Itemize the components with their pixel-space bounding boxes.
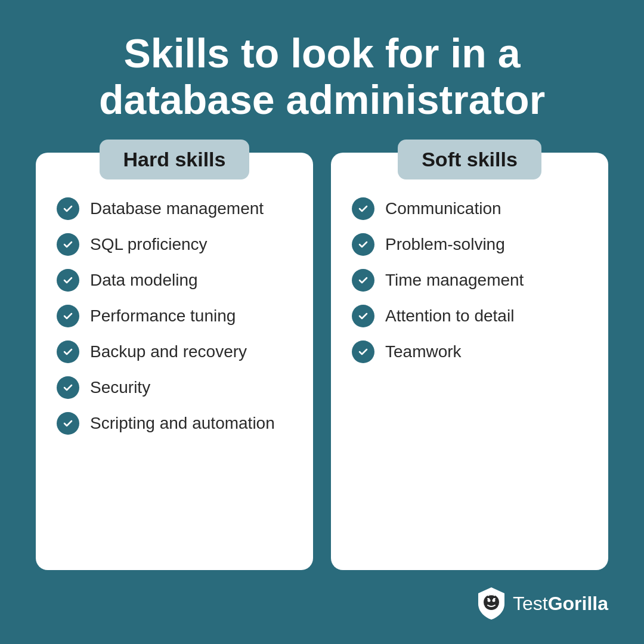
check-icon xyxy=(57,412,79,435)
soft-skills-header: Soft skills xyxy=(398,140,541,179)
check-icon xyxy=(352,305,374,327)
skill-label: Database management xyxy=(90,199,264,218)
check-icon xyxy=(352,340,374,363)
list-item: Backup and recovery xyxy=(57,340,292,363)
page-background: Skills to look for in a database adminis… xyxy=(0,0,644,644)
columns-wrapper: Hard skills Database management SQL prof… xyxy=(36,153,608,570)
svg-rect-4 xyxy=(493,598,496,599)
check-icon xyxy=(57,340,79,363)
skill-label: Backup and recovery xyxy=(90,342,247,361)
skill-label: Performance tuning xyxy=(90,306,236,326)
skill-label: Communication xyxy=(385,199,501,218)
list-item: Security xyxy=(57,376,292,399)
skill-label: Teamwork xyxy=(385,342,462,361)
check-icon xyxy=(352,269,374,292)
skill-label: Security xyxy=(90,378,150,397)
list-item: Time management xyxy=(352,269,587,292)
skill-label: SQL proficiency xyxy=(90,235,208,254)
svg-rect-3 xyxy=(487,598,490,599)
check-icon xyxy=(352,197,374,220)
list-item: Data modeling xyxy=(57,269,292,292)
list-item: Performance tuning xyxy=(57,305,292,327)
skill-label: Problem-solving xyxy=(385,235,505,254)
soft-skills-list: Communication Problem-solving Time manag… xyxy=(331,197,608,363)
skill-label: Scripting and automation xyxy=(90,414,275,433)
list-item: Attention to detail xyxy=(352,305,587,327)
list-item: Scripting and automation xyxy=(57,412,292,435)
list-item: Database management xyxy=(57,197,292,220)
check-icon xyxy=(57,305,79,327)
hard-skills-card: Hard skills Database management SQL prof… xyxy=(36,153,313,570)
skill-label: Time management xyxy=(385,271,524,290)
svg-point-1 xyxy=(487,599,490,602)
list-item: Communication xyxy=(352,197,587,220)
check-icon xyxy=(57,376,79,399)
testgorilla-logo-text: TestGorilla xyxy=(513,593,608,615)
hard-skills-header: Hard skills xyxy=(100,140,250,179)
list-item: Problem-solving xyxy=(352,233,587,256)
testgorilla-logo-icon xyxy=(477,587,506,620)
svg-point-2 xyxy=(492,599,495,602)
skill-label: Attention to detail xyxy=(385,306,514,326)
hard-skills-title: Hard skills xyxy=(123,148,226,171)
check-icon xyxy=(352,233,374,256)
skill-label: Data modeling xyxy=(90,271,198,290)
list-item: SQL proficiency xyxy=(57,233,292,256)
svg-point-0 xyxy=(484,595,499,610)
check-icon xyxy=(57,233,79,256)
hard-skills-list: Database management SQL proficiency Data… xyxy=(36,197,313,435)
list-item: Teamwork xyxy=(352,340,587,363)
soft-skills-title: Soft skills xyxy=(422,148,518,171)
check-icon xyxy=(57,269,79,292)
soft-skills-card: Soft skills Communication Problem-solvin… xyxy=(331,153,608,570)
page-title: Skills to look for in a database adminis… xyxy=(54,30,590,123)
check-icon xyxy=(57,197,79,220)
footer: TestGorilla xyxy=(477,587,608,620)
